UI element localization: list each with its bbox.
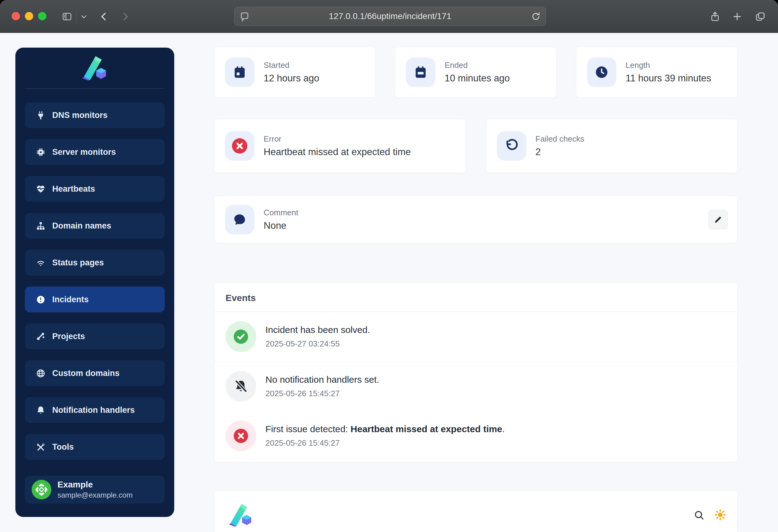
sidebar: DNS monitors Server monitors Heartb — [15, 48, 174, 517]
identicon-avatar — [32, 480, 51, 500]
comment-card: Comment None — [214, 196, 737, 243]
browser-window: 127.0.0.1/66uptime/incident/171 — [0, 0, 778, 532]
clock-icon — [595, 65, 609, 79]
url-text: 127.0.0.1/66uptime/incident/171 — [329, 11, 451, 21]
sidebar-item-label: Incidents — [52, 295, 89, 304]
main-content: Started 12 hours ago Ended 10 m — [214, 33, 737, 532]
tab-overview-button[interactable] — [754, 0, 767, 33]
account-info: Example sample@example.com — [58, 480, 133, 500]
sidebar-item-label: Heartbeats — [52, 184, 95, 194]
bell-slash-icon — [234, 379, 248, 394]
browser-toolbar: 127.0.0.1/66uptime/incident/171 — [0, 0, 778, 33]
event-text: No notification handlers set. — [265, 374, 379, 385]
sidebar-item-status-pages[interactable]: Status pages — [25, 250, 165, 275]
rotate-left-icon — [504, 139, 519, 153]
share-nodes-icon — [36, 332, 46, 341]
sidebar-item-custom-domains[interactable]: Custom domains — [25, 360, 165, 386]
reload-icon[interactable] — [530, 11, 541, 22]
stat-row-second: Error Heartbeat missed at expected time … — [214, 119, 737, 173]
minimize-button[interactable] — [25, 12, 33, 20]
event-timestamp: 2025-05-27 03:24:55 — [265, 339, 370, 349]
edit-comment-button[interactable] — [708, 210, 728, 230]
event-row: First issue detected: Heartbeat missed a… — [215, 411, 737, 460]
sidebar-item-server-monitors[interactable]: Server monitors — [25, 139, 165, 165]
sidebar-item-label: DNS monitors — [52, 110, 107, 120]
started-card: Started 12 hours ago — [214, 47, 376, 98]
sidebar-item-label: Custom domains — [52, 369, 120, 378]
address-bar[interactable]: 127.0.0.1/66uptime/incident/171 — [234, 7, 546, 26]
failed-checks-label: Failed checks — [536, 134, 585, 144]
sidebar-item-label: Server monitors — [52, 148, 116, 157]
comment-label: Comment — [264, 208, 298, 217]
calendar-day-icon — [233, 65, 247, 79]
sidebar-item-tools[interactable]: Tools — [25, 434, 165, 460]
ended-label: Ended — [445, 61, 510, 70]
search-icon[interactable] — [694, 510, 705, 521]
failed-checks-card: Failed checks 2 — [486, 119, 738, 173]
microchip-icon — [36, 148, 46, 157]
sidebar-item-label: Tools — [52, 442, 74, 452]
error-value: Heartbeat missed at expected time — [264, 147, 411, 158]
ended-value: 10 minutes ago — [445, 73, 510, 84]
sitemap-icon — [36, 221, 46, 231]
new-tab-icon — [732, 11, 743, 22]
share-button[interactable] — [708, 0, 722, 33]
sidebar-menu-button[interactable] — [79, 0, 89, 33]
chevron-down-icon — [80, 13, 88, 20]
sidebar-item-heartbeats[interactable]: Heartbeats — [25, 176, 165, 202]
length-label: Length — [626, 61, 711, 70]
event-timestamp: 2025-05-26 15:45:27 — [265, 389, 379, 398]
traffic-lights — [12, 12, 47, 20]
sidebar-item-notification-handlers[interactable]: Notification handlers — [25, 397, 165, 423]
forward-icon — [120, 11, 131, 22]
event-text: First issue detected: Heartbeat missed a… — [265, 424, 505, 434]
event-row: Incident has been solved. 2025-05-27 03:… — [215, 312, 737, 362]
sidebar-item-label: Domain names — [52, 221, 111, 231]
failed-checks-value: 2 — [536, 147, 585, 158]
sidebar-item-incidents[interactable]: Incidents — [25, 287, 165, 313]
comment-icon-box — [225, 205, 254, 234]
circle-xmark-icon — [232, 427, 249, 444]
app-logo — [226, 504, 256, 527]
account-menu[interactable]: Example sample@example.com — [25, 476, 165, 504]
account-name: Example — [58, 480, 133, 490]
page-body: DNS monitors Server monitors Heartb — [0, 33, 778, 532]
events-card: Events Incident has been solved. 2025-05… — [214, 283, 737, 462]
sidebar-toggle-button[interactable] — [60, 0, 74, 33]
back-button[interactable] — [97, 0, 110, 33]
globe-icon — [36, 369, 46, 378]
zoom-button[interactable] — [38, 12, 47, 20]
sidebar-item-dns-monitors[interactable]: DNS monitors — [25, 102, 165, 128]
new-tab-button[interactable] — [730, 0, 744, 33]
forward-button[interactable] — [119, 0, 132, 33]
sidebar-divider — [25, 88, 165, 89]
sidebar-item-domain-names[interactable]: Domain names — [25, 213, 165, 239]
close-button[interactable] — [12, 12, 20, 20]
failed-checks-icon-box — [497, 131, 526, 161]
plug-icon — [36, 110, 46, 120]
events-title: Events — [215, 283, 737, 312]
error-card: Error Heartbeat missed at expected time — [214, 119, 466, 173]
sidebar-item-projects[interactable]: Projects — [25, 324, 165, 349]
circle-exclamation-icon — [36, 295, 46, 304]
started-label: Started — [264, 61, 319, 70]
page-menu-icon — [239, 11, 250, 22]
started-value: 12 hours ago — [264, 73, 319, 84]
event-badge — [226, 421, 256, 451]
sidebar-item-label: Projects — [52, 332, 85, 341]
sidebar-item-label: Status pages — [52, 258, 104, 268]
event-timestamp: 2025-05-26 15:45:27 — [265, 438, 505, 448]
event-row: No notification handlers set. 2025-05-26… — [215, 362, 737, 411]
tools-icon — [36, 442, 46, 452]
comment-icon — [232, 212, 247, 227]
bell-icon — [36, 406, 46, 415]
toolbar-separator — [76, 10, 77, 23]
sun-icon[interactable] — [714, 509, 726, 521]
sidebar-nav: DNS monitors Server monitors Heartb — [25, 102, 165, 460]
heart-pulse-icon — [36, 184, 46, 194]
stat-row-top: Started 12 hours ago Ended 10 m — [214, 47, 737, 98]
sidebar-icon — [61, 11, 73, 22]
circle-check-icon — [232, 328, 249, 345]
account-email: sample@example.com — [58, 491, 133, 500]
length-icon-box — [587, 58, 616, 87]
